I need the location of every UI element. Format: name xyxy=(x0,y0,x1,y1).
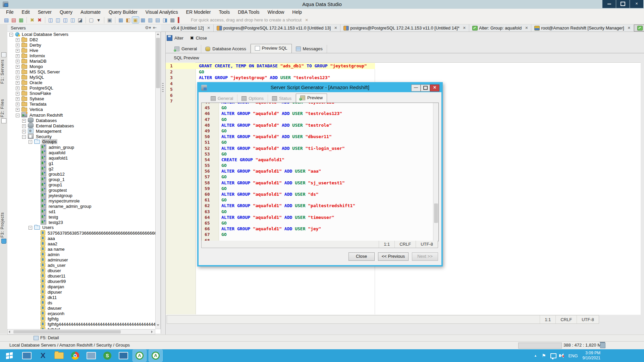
tree-expander-icon[interactable]: + xyxy=(16,76,19,79)
dialog-tab-preview[interactable]: Preview xyxy=(296,94,327,103)
tree-expander-icon[interactable]: + xyxy=(16,103,19,106)
tab-database-access[interactable]: Database Access xyxy=(201,45,250,53)
tab-close-icon[interactable]: ✕ xyxy=(334,26,337,30)
menu-query-builder[interactable]: Query Builder xyxy=(105,9,142,16)
tree-expander-icon[interactable]: + xyxy=(16,108,19,112)
tree-expander-icon[interactable]: + xyxy=(16,44,19,47)
tree-expander-icon[interactable]: − xyxy=(29,140,32,144)
sidebar-dock-files[interactable]: F2: Files xyxy=(0,99,7,125)
tree-item-mariadb[interactable]: +MariaDB xyxy=(7,59,155,64)
disconnect-all-icon[interactable]: ✖ xyxy=(36,17,43,23)
tree-item-oracle[interactable]: +Oracle xyxy=(7,80,155,85)
panel-collapse-icon[interactable]: ⇤ xyxy=(153,25,157,30)
quick-access-close-icon[interactable]: ✕ xyxy=(305,18,308,22)
connect-server-icon[interactable]: ▤ xyxy=(10,17,17,23)
tree-item-group1[interactable]: group1 xyxy=(7,182,155,187)
query-builder-icon[interactable]: ◫ xyxy=(69,17,76,23)
tree-item-g1[interactable]: g1 xyxy=(7,161,155,166)
tree-item-teradata[interactable]: +Teradata xyxy=(7,102,155,107)
tree-item-group-1[interactable]: group_1 xyxy=(7,177,155,182)
tree-item-mongo[interactable]: +Mongo xyxy=(7,64,155,69)
menu-file[interactable]: File xyxy=(2,9,18,16)
tree-item-admin[interactable]: admin xyxy=(7,252,155,257)
network-icon[interactable] xyxy=(550,353,556,358)
menu-dba-tools[interactable]: DBA Tools xyxy=(234,9,263,16)
action-center-flag-icon[interactable]: ⚑ xyxy=(542,353,546,358)
tree-item-erjasonh[interactable]: erjasonh xyxy=(7,311,155,316)
tree-item-rename-admin-group[interactable]: rename_admin_group xyxy=(7,203,155,209)
menu-window[interactable]: Window xyxy=(264,9,288,16)
tree-expander-icon[interactable]: + xyxy=(22,124,26,128)
panel-gear-icon[interactable]: ⚙▾ xyxy=(145,25,151,30)
disconnect-icon[interactable]: ✖ xyxy=(29,17,36,23)
x-app-icon[interactable]: X xyxy=(36,350,50,361)
tree-item-postgresql[interactable]: +PostgreSQL xyxy=(7,85,155,91)
tree-item-databases[interactable]: +Databases xyxy=(7,118,155,123)
tree-expander-icon[interactable]: + xyxy=(16,38,19,42)
tree-vscroll-thumb[interactable] xyxy=(156,38,160,88)
register-server-icon[interactable]: ▤ xyxy=(3,17,10,23)
start-button[interactable] xyxy=(0,349,19,362)
green-app-icon[interactable]: S xyxy=(101,350,114,361)
tree-item-fgfhfgf[interactable]: fgfhfgf xyxy=(7,327,155,329)
er-modeler-icon[interactable]: ◪ xyxy=(77,17,84,23)
tree-item-testg23[interactable]: testg23 xyxy=(7,220,155,225)
tree-item-amazon-redshift[interactable]: −Amazon Redshift xyxy=(7,112,155,118)
tree-item-myspectrumrole[interactable]: myspectrumrole xyxy=(7,198,155,203)
chrome-icon[interactable] xyxy=(68,350,82,361)
volume-muted-icon[interactable] xyxy=(561,353,564,358)
query-analyzer-icon[interactable]: ◫ xyxy=(62,17,69,23)
tab-alter-group-jeytestgroup[interactable]: Alter: Group: jeytestgroup✕ xyxy=(634,24,644,32)
dialog-editor-scrollbar[interactable] xyxy=(433,103,438,241)
tree-item-dbuser11[interactable]: dbuser11 xyxy=(7,273,155,279)
menu-er-modeler[interactable]: ER Modeler xyxy=(182,9,215,16)
menu-visual-analytics[interactable]: Visual Analytics xyxy=(142,9,182,16)
tree-item-vertica[interactable]: +Vertica xyxy=(7,107,155,112)
tree-item-fgfhfg[interactable]: fgfhfg xyxy=(7,316,155,321)
tray-chevron-icon[interactable]: ▲ xyxy=(534,354,537,357)
tree-item-testg[interactable]: testg xyxy=(7,214,155,220)
tree-item-aquafold[interactable]: aquafold xyxy=(7,150,155,155)
tree-item-aaa2[interactable]: aaa2 xyxy=(7,241,155,246)
tree-item-grouptest[interactable]: grouptest xyxy=(7,187,155,193)
previous-button[interactable]: << Previous xyxy=(378,252,409,261)
menu-server[interactable]: Server xyxy=(34,9,56,16)
tree-item-dipuser[interactable]: dipuser xyxy=(7,289,155,295)
tree-expander-icon[interactable]: + xyxy=(16,70,19,74)
tab-root-amazon-redshift-security-manager[interactable]: root@Amazon Redshift [Security Manager]✕ xyxy=(531,24,634,32)
tree-item-groups[interactable]: −Groups xyxy=(7,139,155,144)
tree-expander-icon[interactable]: − xyxy=(29,226,32,230)
remote-desktop-icon[interactable] xyxy=(85,350,98,361)
tree-expander-icon[interactable]: + xyxy=(16,65,19,69)
server-browser-icon[interactable]: ◫ xyxy=(47,17,54,23)
tree-item-groub12[interactable]: groub12 xyxy=(7,171,155,177)
close-button[interactable]: × xyxy=(630,0,643,8)
close-doc-button[interactable]: Close xyxy=(196,36,207,41)
tree-item-aa-name[interactable]: aa name xyxy=(7,246,155,252)
new-document-icon[interactable]: ▢ xyxy=(88,17,95,23)
tab-preview-sql[interactable]: Preview SQL xyxy=(251,44,292,53)
tree-item-users[interactable]: −Users xyxy=(7,225,155,230)
file-explorer-icon[interactable] xyxy=(20,350,34,361)
tab-postgres-postgresql-172-24-1-153-v11-0-untitled-13[interactable]: postgres@PostgreSQL 172.24.1.153 v11.0 [… xyxy=(214,24,341,32)
tree-item-local-database-servers[interactable]: −Local Database Servers xyxy=(7,32,155,37)
dialog-close-button[interactable]: ✕ xyxy=(430,84,439,92)
tree-expander-icon[interactable]: + xyxy=(16,81,19,85)
dialog-sql-editor[interactable]: 44ALTER GROUP "aquafold" ADD USER "tiyus… xyxy=(201,103,439,241)
tree-item-security[interactable]: −Security xyxy=(7,134,155,139)
tab-v9-4-untitled-12[interactable]: v9.4 [Untitled 12]✕ xyxy=(167,24,214,32)
tree-item-sybase[interactable]: +Sybase xyxy=(7,96,155,102)
alter-button[interactable]: Alter xyxy=(174,36,183,41)
menu-edit[interactable]: Edit xyxy=(18,9,34,16)
monitor-app-icon[interactable] xyxy=(117,350,130,361)
tab-close-icon[interactable]: ✕ xyxy=(463,26,466,30)
layout-grid-icon[interactable]: ▦ xyxy=(140,17,146,23)
results-grid-icon[interactable]: ▦ xyxy=(169,17,176,23)
tree-expander-icon[interactable]: + xyxy=(16,54,19,58)
detail-bar[interactable] xyxy=(0,335,644,342)
tab-alter-group-aquafold[interactable]: Alter: Group: aquafold✕ xyxy=(469,24,531,32)
tree-item-mysql[interactable]: +MySQL xyxy=(7,75,155,80)
tree-item-hive[interactable]: +Hive xyxy=(7,48,155,53)
menu-query[interactable]: Query xyxy=(56,9,76,16)
tree-item-snowflake[interactable]: +SnowFlake xyxy=(7,91,155,96)
